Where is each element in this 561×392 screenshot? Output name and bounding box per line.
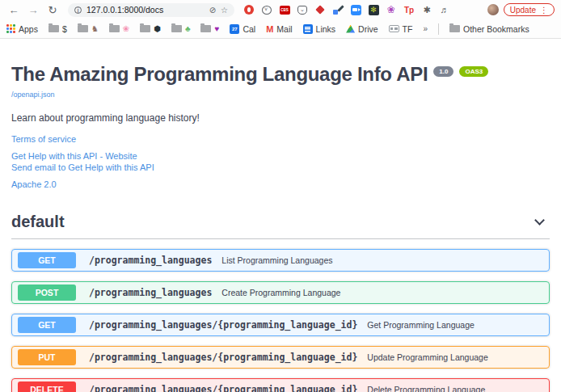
bookmarks-divider [438,23,439,35]
back-icon[interactable]: ← [6,5,21,15]
folder-icon [49,25,59,32]
endpoint-summary: Get Programming Language [367,320,475,330]
bookmark-folder-horse[interactable]: ♞ [78,25,99,33]
endpoint-row-delete-language[interactable]: DELETE /programming_languages/{programmi… [11,378,550,392]
color-dropper-extension-icon[interactable] [331,3,344,16]
section-title: default [11,213,65,231]
api-title-row: The Amazing Programming Language Info AP… [11,63,550,86]
endpoint-row-create-language[interactable]: POST /programming_languages Create Progr… [11,281,550,304]
oas3-badge: OAS3 [459,66,488,77]
folder-icon [171,25,182,32]
bookmark-folder-pink-flower[interactable]: ❀ [109,25,129,33]
tf-card-icon [389,25,399,32]
endpoint-row-list-languages[interactable]: GET /programming_languages List Programm… [11,249,550,272]
endpoint-path: /programming_languages/{programming_lang… [89,319,357,331]
endpoint-row-get-language[interactable]: GET /programming_languages/{programming_… [11,314,550,336]
zoom-camera-extension-icon[interactable] [349,3,362,16]
green-plant-emoji-icon: ♣ [185,25,191,33]
page-title: The Amazing Programming Language Info AP… [11,63,428,86]
music-queue-extension-icon[interactable]: ♬ [438,3,451,16]
browser-toolbar: ← → ↻ i 127.0.0.1:8000/docs ⊘ ☆ CBS ⌄ ✻ … [0,0,561,19]
endpoint-path: /programming_languages [89,255,212,266]
folder-icon [449,25,460,32]
bookmark-folder-plant[interactable]: ♣ [171,25,191,33]
bookmark-apps[interactable]: Apps [6,24,38,34]
chrome-update-button[interactable]: Update ⋮ [504,3,555,16]
bookmark-other-bookmarks[interactable]: Other Bookmarks [449,24,529,34]
bookmark-drive[interactable]: Drive [346,24,378,34]
site-info-icon[interactable]: i [74,6,82,14]
endpoint-summary: List Programming Languages [221,255,332,265]
bookmark-drive-label: Drive [358,24,378,34]
method-badge[interactable]: DELETE [18,381,76,392]
folder-icon [109,25,120,32]
browser-menu-icon[interactable]: ⋮ [540,6,548,15]
folder-icon [140,25,150,32]
url-text[interactable]: 127.0.0.1:8000/docs [86,5,205,15]
bookmark-folder-graduation[interactable]: ⬢ [140,25,161,33]
gmail-icon: M [266,24,273,34]
update-label: Update [510,6,536,15]
api-description: Learn about programming language history… [11,112,550,124]
bookmark-tf-label: TF [403,24,413,34]
graduation-cap-emoji-icon: ⬢ [154,25,161,33]
purple-flower-extension-icon[interactable]: ❀ [385,3,398,16]
links-icon [303,24,313,34]
profile-avatar[interactable] [487,4,499,15]
forward-icon[interactable]: → [26,5,40,15]
license-link[interactable]: Apache 2.0 [11,179,550,189]
endpoint-row-update-language[interactable]: PUT /programming_languages/{programming_… [11,346,550,369]
bookmark-apps-label: Apps [19,24,38,34]
method-badge[interactable]: GET [18,252,76,268]
bookmarks-overflow-chevron[interactable]: » [423,24,428,33]
chevron-down-icon[interactable] [534,215,545,226]
method-badge[interactable]: POST [18,285,76,301]
bookmark-tf[interactable]: TF [389,24,413,34]
endpoint-path: /programming_languages/{programming_lang… [89,384,357,392]
reload-icon[interactable]: ↻ [45,5,60,15]
pocket-extension-icon[interactable]: ⌄ [296,3,309,16]
folder-icon [78,25,88,32]
red-diamond-extension-icon[interactable] [314,3,327,16]
pink-flower-emoji-icon: ❀ [123,25,129,33]
speech-bubble-extension-icon[interactable] [260,3,273,16]
endpoint-path: /programming_languages [89,287,212,298]
drive-icon [346,25,355,33]
folder-icon [200,25,211,32]
puzzle-extension-icon[interactable]: ✱ [420,3,433,16]
openapi-spec-link[interactable]: /openapi.json [11,91,55,99]
bookmarks-bar: Apps $ ♞ ❀ ⬢ ♣ ♥ 27 Cal M Mail Links Dri… [0,19,561,39]
bookmark-folder-dollar[interactable]: $ [49,24,67,34]
dollar-label: $ [62,24,67,34]
version-badge: 1.0 [433,66,453,77]
tp-extension-icon[interactable]: Tp [403,3,415,16]
horse-emoji-icon: ♞ [91,25,99,33]
bookmark-links[interactable]: Links [303,24,336,34]
other-bookmarks-label: Other Bookmarks [463,24,529,34]
bookmark-cal[interactable]: 27 Cal [230,24,255,34]
method-badge[interactable]: GET [18,317,76,333]
bookmark-links-label: Links [316,24,336,34]
zoom-out-icon[interactable]: ⊘ [209,6,216,15]
dark-flower-extension-icon[interactable]: ✻ [367,3,380,16]
help-email-link[interactable]: Send email to Get Help with this API [11,162,550,172]
calendar-icon: 27 [230,24,239,34]
apps-grid-icon [6,24,15,33]
cbs-extension-icon[interactable]: CBS [278,3,291,16]
bookmark-mail[interactable]: M Mail [266,24,292,34]
section-header[interactable]: default [11,213,550,239]
endpoint-path: /programming_languages/{programming_lang… [89,352,357,363]
bookmark-star-icon[interactable]: ☆ [221,6,228,15]
help-website-link[interactable]: Get Help with this API - Website [11,151,550,161]
address-bar[interactable]: i 127.0.0.1:8000/docs ⊘ ☆ [68,3,234,17]
red-ring-extension-icon[interactable] [243,3,255,16]
method-badge[interactable]: PUT [18,349,76,365]
api-links: Terms of service Get Help with this API … [11,134,550,189]
endpoint-summary: Delete Programming Language [367,385,485,392]
bookmark-cal-label: Cal [243,24,255,34]
endpoint-summary: Create Programming Language [221,288,340,297]
bookmark-mail-label: Mail [276,24,292,34]
bookmark-folder-purple-heart[interactable]: ♥ [200,25,219,33]
swagger-page: The Amazing Programming Language Info AP… [0,39,561,392]
terms-of-service-link[interactable]: Terms of service [11,134,550,144]
